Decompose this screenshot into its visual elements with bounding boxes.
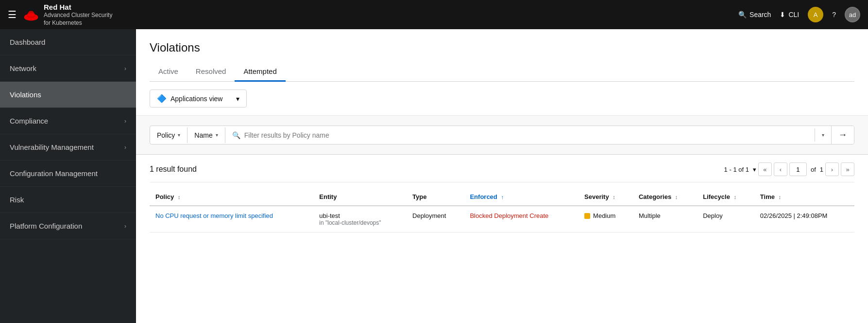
table-row: No CPU request or memory limit specified… <box>150 206 854 233</box>
cell-type: Deployment <box>407 206 464 233</box>
sidebar-item-dashboard[interactable]: Dashboard <box>0 29 136 55</box>
chevron-right-icon: › <box>124 223 126 230</box>
apps-icon: 🔷 <box>157 94 167 103</box>
sort-icon-categories[interactable]: ↕ <box>675 194 678 200</box>
filter-input[interactable] <box>244 131 808 139</box>
sidebar-item-violations[interactable]: Violations <box>0 82 136 108</box>
sidebar-item-platform[interactable]: Platform Configuration › <box>0 213 136 239</box>
page-header: Violations Active Resolved Attempted <box>136 29 868 82</box>
pagination-range: 1 - 1 of 1 <box>724 166 749 173</box>
cell-enforced: Blocked Deployment Create <box>464 206 579 233</box>
view-selector-left: 🔷 Applications view <box>157 94 222 103</box>
cell-entity: ubi-test in "local-cluster/devops" <box>313 206 407 233</box>
results-area: 1 result found 1 - 1 of 1 ▾ « ‹ of 1 › » <box>136 155 868 323</box>
entity-name: ubi-test <box>319 212 401 219</box>
results-count: 1 result found <box>150 165 197 174</box>
redhat-logo-icon <box>22 6 40 23</box>
content-area: Violations Active Resolved Attempted 🔷 A… <box>136 29 868 323</box>
cell-policy: No CPU request or memory limit specified <box>150 206 313 233</box>
chevron-right-icon: › <box>124 65 126 72</box>
col-header-lifecycle: Lifecycle ↕ <box>697 188 754 206</box>
results-header: 1 result found 1 - 1 of 1 ▾ « ‹ of 1 › » <box>150 162 854 182</box>
chevron-down-icon: ▾ <box>753 166 756 173</box>
col-header-enforced: Enforced ↑ <box>464 188 579 206</box>
col-header-type: Type <box>407 188 464 206</box>
table-header-row: Policy ↕ Entity Type Enforced ↑ <box>150 188 854 206</box>
name-filter-select[interactable]: Name ▾ <box>187 127 225 143</box>
sidebar-item-network[interactable]: Network › <box>0 55 136 82</box>
col-header-categories: Categories ↕ <box>633 188 697 206</box>
view-selector-dropdown[interactable]: 🔷 Applications view ▾ <box>150 90 247 108</box>
pagination-total-pages: 1 <box>820 166 823 173</box>
col-header-time: Time ↕ <box>754 188 854 206</box>
pagination-first-button[interactable]: « <box>758 162 772 176</box>
tab-resolved[interactable]: Resolved <box>187 62 235 82</box>
filter-row: Policy ▾ Name ▾ 🔍 ▾ → <box>150 126 854 144</box>
tab-active[interactable]: Active <box>150 62 187 82</box>
svg-point-2 <box>27 13 35 17</box>
view-selector-bar: 🔷 Applications view ▾ <box>136 82 868 116</box>
chevron-right-icon: › <box>124 118 126 125</box>
enforced-link[interactable]: Blocked Deployment Create <box>470 212 548 219</box>
pagination-dropdown[interactable]: ▾ <box>753 166 756 173</box>
col-header-severity: Severity ↕ <box>579 188 633 206</box>
cli-button[interactable]: ⬇ CLI <box>780 11 799 18</box>
sort-icon-time[interactable]: ↕ <box>779 194 782 200</box>
chevron-down-icon: ▾ <box>178 132 180 138</box>
search-icon: 🔍 <box>232 131 240 139</box>
sidebar-item-risk[interactable]: Risk <box>0 187 136 213</box>
filter-options-select[interactable]: ▾ <box>815 128 831 142</box>
cell-time: 02/26/2025 | 2:49:08PM <box>754 206 854 233</box>
severity-badge: Medium <box>584 212 627 219</box>
filter-search-area: 🔍 <box>225 127 815 143</box>
hamburger-menu[interactable]: ☰ <box>8 9 17 20</box>
help-button[interactable]: ? <box>832 11 836 18</box>
page-title: Violations <box>150 41 854 54</box>
sidebar-item-configuration[interactable]: Configuration Management <box>0 161 136 187</box>
cell-severity: Medium <box>579 206 633 233</box>
pagination-prev-button[interactable]: ‹ <box>774 162 787 176</box>
sort-icon-lifecycle[interactable]: ↕ <box>734 194 737 200</box>
chevron-right-icon: › <box>124 144 126 151</box>
sidebar-item-compliance[interactable]: Compliance › <box>0 108 136 134</box>
pagination-next-button[interactable]: › <box>825 162 839 176</box>
violations-table: Policy ↕ Entity Type Enforced ↑ <box>150 188 854 233</box>
pagination-last-button[interactable]: » <box>841 162 854 176</box>
col-header-policy: Policy ↕ <box>150 188 313 206</box>
cli-icon: ⬇ <box>780 11 785 18</box>
sort-icon-enforced[interactable]: ↑ <box>501 194 504 200</box>
arrow-right-icon: → <box>838 130 847 140</box>
severity-dot-icon <box>584 213 590 219</box>
chevron-down-icon: ▾ <box>822 132 824 138</box>
filter-area: Policy ▾ Name ▾ 🔍 ▾ → <box>136 116 868 155</box>
search-button[interactable]: 🔍 Search <box>738 11 771 18</box>
sidebar: Dashboard Network › Violations Complianc… <box>0 29 136 323</box>
entity-sub: in "local-cluster/devops" <box>319 219 401 226</box>
topnav: ☰ Red Hat Advanced Cluster Security for … <box>0 0 868 29</box>
logo-text: Red Hat Advanced Cluster Security for Ku… <box>44 2 112 27</box>
cell-lifecycle: Deploy <box>697 206 754 233</box>
sort-icon-severity[interactable]: ↕ <box>613 194 615 200</box>
policy-link[interactable]: No CPU request or memory limit specified <box>155 212 273 219</box>
col-header-entity: Entity <box>313 188 407 206</box>
notifications-avatar[interactable]: A <box>808 7 823 22</box>
filter-arrow-button[interactable]: → <box>831 126 854 144</box>
sidebar-item-vulnerability[interactable]: Vulnerability Management › <box>0 134 136 161</box>
brand-name: Red Hat <box>44 2 112 12</box>
pagination-page-input[interactable] <box>789 162 807 176</box>
chevron-down-icon: ▾ <box>216 132 218 138</box>
pagination: 1 - 1 of 1 ▾ « ‹ of 1 › » <box>724 162 854 176</box>
product-name: Advanced Cluster Security for Kubernetes <box>44 12 112 27</box>
main-layout: Dashboard Network › Violations Complianc… <box>0 29 868 323</box>
tabs: Active Resolved Attempted <box>150 62 854 82</box>
sort-icon-policy[interactable]: ↕ <box>178 194 181 200</box>
policy-filter-select[interactable]: Policy ▾ <box>150 127 187 143</box>
logo: Red Hat Advanced Cluster Security for Ku… <box>22 2 112 27</box>
search-icon: 🔍 <box>738 11 747 18</box>
user-avatar[interactable]: ad <box>845 7 860 22</box>
tab-attempted[interactable]: Attempted <box>235 62 285 82</box>
cell-categories: Multiple <box>633 206 697 233</box>
chevron-down-icon: ▾ <box>236 95 239 103</box>
topnav-actions: 🔍 Search ⬇ CLI A ? ad <box>738 7 860 22</box>
